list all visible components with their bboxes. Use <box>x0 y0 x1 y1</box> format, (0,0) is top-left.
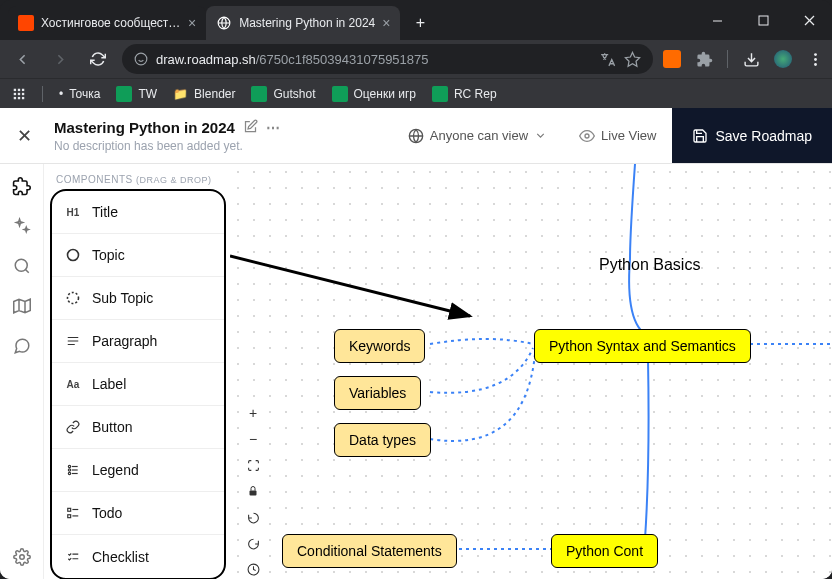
bookmark-item[interactable]: •Точка <box>59 87 100 101</box>
map-icon[interactable] <box>12 296 32 316</box>
edit-icon[interactable] <box>243 119 258 137</box>
forward-button[interactable] <box>46 45 74 73</box>
visibility-button[interactable]: Anyone can view <box>392 108 563 163</box>
ai-icon[interactable] <box>12 216 32 236</box>
component-todo[interactable]: Todo <box>52 492 224 535</box>
svg-rect-9 <box>14 88 16 90</box>
svg-point-23 <box>68 293 79 304</box>
apps-button[interactable] <box>12 87 26 101</box>
new-tab-button[interactable]: + <box>406 9 434 37</box>
svg-rect-2 <box>759 16 768 25</box>
window-controls <box>694 0 832 40</box>
maximize-button[interactable] <box>740 0 786 40</box>
svg-point-19 <box>585 134 589 138</box>
browser-titlebar: Хостинговое сообщество «Tin × Mastering … <box>0 0 832 40</box>
close-window-button[interactable] <box>786 0 832 40</box>
save-icon <box>692 128 708 144</box>
app-body: COMPONENTS (DRAG & DROP) H1Title Topic S… <box>0 164 832 579</box>
translate-icon[interactable] <box>599 51 616 68</box>
node-conditional[interactable]: Conditional Statements <box>282 534 457 568</box>
comment-icon[interactable] <box>12 336 32 356</box>
globe-icon <box>408 128 424 144</box>
tab-title: Хостинговое сообщество «Tin <box>41 16 181 30</box>
node-keywords[interactable]: Keywords <box>334 329 425 363</box>
lock-icon[interactable] <box>242 482 264 500</box>
component-list: H1Title Topic Sub Topic Paragraph AaLabe… <box>50 189 226 579</box>
toolbar-icons <box>663 50 824 68</box>
svg-point-7 <box>814 58 817 61</box>
svg-point-21 <box>19 555 24 560</box>
search-icon[interactable] <box>12 256 32 276</box>
reload-button[interactable] <box>84 45 112 73</box>
svg-rect-12 <box>14 92 16 94</box>
url-host: draw.roadmap.sh/6750c1f85039431075951875 <box>156 52 429 67</box>
bookmark-item[interactable]: 📁Blender <box>173 87 235 101</box>
bookmark-item[interactable]: TW <box>116 86 157 102</box>
live-view-button[interactable]: Live View <box>563 108 672 163</box>
component-legend[interactable]: Legend <box>52 449 224 492</box>
components-icon[interactable] <box>12 176 32 196</box>
browser-tab[interactable]: Mastering Python in 2024 × <box>206 6 400 40</box>
undo-icon[interactable] <box>242 508 264 526</box>
components-panel: COMPONENTS (DRAG & DROP) H1Title Topic S… <box>44 164 230 579</box>
component-subtopic[interactable]: Sub Topic <box>52 277 224 320</box>
svg-rect-11 <box>22 88 24 90</box>
settings-icon[interactable] <box>12 547 32 567</box>
left-rail <box>0 164 44 579</box>
component-button[interactable]: Button <box>52 406 224 449</box>
svg-rect-14 <box>22 92 24 94</box>
component-title[interactable]: H1Title <box>52 191 224 234</box>
header-actions: Anyone can view Live View Save Roadmap <box>392 108 832 163</box>
url-input[interactable]: draw.roadmap.sh/6750c1f85039431075951875 <box>122 44 653 74</box>
bookmark-item[interactable]: Оценки игр <box>332 86 416 102</box>
roadmap-title: Mastering Python in 2024 <box>54 119 235 136</box>
svg-rect-16 <box>18 96 20 98</box>
component-label[interactable]: AaLabel <box>52 363 224 406</box>
browser-tab[interactable]: Хостинговое сообщество «Tin × <box>8 6 206 40</box>
component-paragraph[interactable]: Paragraph <box>52 320 224 363</box>
svg-point-25 <box>68 469 70 471</box>
menu-icon[interactable] <box>806 50 824 68</box>
node-control[interactable]: Python Cont <box>551 534 658 568</box>
minimize-button[interactable] <box>694 0 740 40</box>
svg-rect-10 <box>18 88 20 90</box>
close-icon[interactable]: × <box>382 15 390 31</box>
svg-rect-15 <box>14 96 16 98</box>
more-icon[interactable]: ⋯ <box>266 120 280 136</box>
zoom-in-icon[interactable]: + <box>242 404 264 422</box>
node-heading[interactable]: Python Basics <box>585 248 714 282</box>
close-editor-button[interactable]: ✕ <box>0 125 48 147</box>
download-icon[interactable] <box>742 50 760 68</box>
component-checklist[interactable]: Checklist <box>52 535 224 578</box>
bookmarks-bar: •Точка TW 📁Blender Gutshot Оценки игр RC… <box>0 78 832 108</box>
component-topic[interactable]: Topic <box>52 234 224 277</box>
save-roadmap-button[interactable]: Save Roadmap <box>672 108 832 163</box>
node-variables[interactable]: Variables <box>334 376 421 410</box>
svg-point-24 <box>68 465 70 467</box>
fit-icon[interactable] <box>242 456 264 474</box>
redo-icon[interactable] <box>242 534 264 552</box>
close-icon[interactable]: × <box>188 15 196 31</box>
extension-icon[interactable] <box>695 50 713 68</box>
svg-rect-13 <box>18 92 20 94</box>
eye-icon <box>579 128 595 144</box>
tab-title: Mastering Python in 2024 <box>239 16 375 30</box>
back-button[interactable] <box>8 45 36 73</box>
svg-point-6 <box>814 53 817 56</box>
node-datatypes[interactable]: Data types <box>334 423 431 457</box>
profile-icon[interactable] <box>774 50 792 68</box>
bookmark-item[interactable]: RC Rep <box>432 86 497 102</box>
extension-icon[interactable] <box>663 50 681 68</box>
roadmap-canvas[interactable]: Python Basics Keywords Variables Data ty… <box>230 164 832 579</box>
app-header: ✕ Mastering Python in 2024 ⋯ No descript… <box>0 108 832 164</box>
address-bar: draw.roadmap.sh/6750c1f85039431075951875 <box>0 40 832 78</box>
history-icon[interactable] <box>242 560 264 578</box>
bookmark-item[interactable]: Gutshot <box>251 86 315 102</box>
zoom-out-icon[interactable]: − <box>242 430 264 448</box>
star-icon[interactable] <box>624 51 641 68</box>
svg-rect-30 <box>250 491 257 496</box>
node-syntax[interactable]: Python Syntax and Semantics <box>534 329 751 363</box>
svg-rect-27 <box>68 508 71 511</box>
svg-line-29 <box>230 256 470 316</box>
zoom-controls: + − <box>242 404 264 578</box>
